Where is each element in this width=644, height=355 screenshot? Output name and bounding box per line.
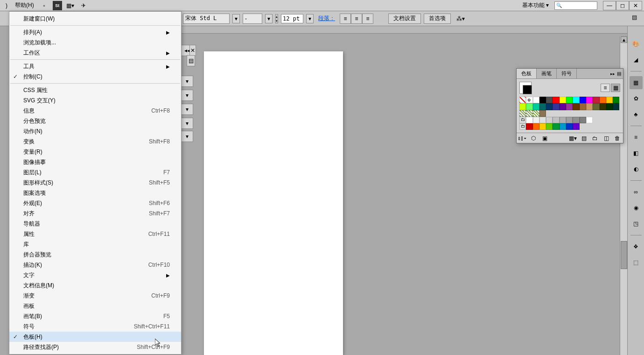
menu-item[interactable]: ✓色板(H) — [9, 332, 181, 342]
color-guide-icon[interactable]: ◢ — [630, 53, 643, 66]
brushes-panel-icon[interactable]: ✿ — [630, 92, 643, 105]
swatch[interactable] — [519, 97, 526, 103]
scroll-thumb[interactable] — [621, 241, 627, 269]
collapse-panel-icon[interactable]: ▸▸ — [610, 71, 615, 76]
menu-item[interactable]: 库 — [9, 239, 181, 249]
swatch[interactable] — [560, 117, 566, 123]
transparency-panel-icon[interactable]: ◐ — [630, 163, 643, 176]
font-size-dropdown[interactable]: ▾ — [306, 14, 314, 23]
swatch[interactable] — [613, 103, 619, 110]
swatch[interactable] — [606, 97, 613, 103]
workspace-switcher[interactable]: 基本功能 ▾ — [518, 0, 553, 10]
menu-item[interactable]: 浏览加载项... — [9, 37, 181, 48]
menu-item[interactable]: 文字▶ — [9, 270, 181, 280]
panel-menu-icon[interactable]: ▤ — [617, 71, 621, 76]
menu-item[interactable]: 工具▶ — [9, 61, 181, 71]
swatch[interactable] — [600, 97, 606, 103]
search-input[interactable]: 🔍 — [554, 1, 597, 10]
swatch[interactable] — [586, 103, 593, 110]
swatch[interactable] — [553, 117, 559, 123]
stroke-panel-icon[interactable]: ≡ — [630, 131, 643, 144]
swatch[interactable] — [593, 97, 599, 103]
swatch[interactable]: ⊕ — [526, 97, 532, 103]
swatch[interactable] — [553, 123, 559, 130]
swatch[interactable] — [539, 117, 546, 123]
swatch-kind-icon[interactable]: ⬡ — [530, 135, 537, 142]
swatch[interactable] — [606, 103, 613, 110]
swatches-tab[interactable]: 色板 — [517, 69, 537, 78]
panel-menu-peek[interactable]: ▤ — [187, 55, 195, 66]
menu-item[interactable]: 对齐Shift+F7 — [9, 208, 181, 219]
font-style-dropdown[interactable]: ▾ — [265, 14, 273, 23]
fill-stroke-preview[interactable] — [519, 82, 532, 94]
list-view-button[interactable]: ≡ — [601, 84, 610, 92]
swatch[interactable] — [613, 97, 619, 103]
swatch[interactable] — [539, 97, 546, 103]
swatch[interactable] — [580, 97, 586, 103]
align-center-button[interactable]: ≡ — [351, 14, 362, 24]
close-button[interactable]: ✕ — [629, 1, 642, 10]
menu-item[interactable]: 分色预览 — [9, 116, 181, 126]
new-color-group-icon[interactable]: ▦▾ — [569, 135, 576, 142]
menu-item[interactable]: 路径查找器(P)Shift+Ctrl+F9 — [9, 342, 181, 352]
swatch[interactable] — [566, 97, 573, 103]
menu-item[interactable]: 文档信息(M) — [9, 280, 181, 291]
menu-item[interactable]: 信息Ctrl+F8 — [9, 106, 181, 116]
font-size-input[interactable] — [281, 14, 303, 23]
swatch[interactable] — [580, 103, 586, 110]
swatch[interactable] — [573, 103, 579, 110]
swatch[interactable] — [533, 103, 539, 110]
swatch[interactable] — [539, 103, 546, 110]
menu-item[interactable]: 画板 — [9, 301, 181, 311]
menu-item[interactable]: 描边(K)Ctrl+F10 — [9, 260, 181, 270]
swatch-folder-icon[interactable]: 🗀 — [519, 117, 526, 123]
truncated-menu[interactable]: ) — [2, 1, 11, 10]
graphic-styles-icon[interactable]: ◳ — [630, 217, 643, 230]
minimize-button[interactable]: — — [603, 1, 616, 10]
appearance-panel-icon[interactable]: ◉ — [630, 201, 643, 214]
swatch[interactable] — [526, 123, 532, 130]
dropdown-peek-1[interactable]: ▾ — [181, 76, 193, 87]
bridge-icon[interactable]: ▫ — [40, 1, 49, 10]
font-family-select[interactable]: 宋体 Std L — [183, 14, 230, 24]
gpu-icon[interactable]: ✈ — [79, 1, 88, 10]
swatch[interactable] — [546, 117, 553, 123]
swatches-panel-icon[interactable]: ▦ — [630, 76, 643, 89]
more-options-icon[interactable]: ⁂▾ — [456, 15, 465, 22]
font-style-select[interactable]: - — [243, 14, 262, 24]
swatch[interactable] — [560, 123, 566, 130]
menu-item[interactable]: CSS 属性 — [9, 85, 181, 95]
swatch[interactable] — [519, 110, 526, 117]
thumbnail-view-button[interactable]: ▦ — [611, 84, 620, 92]
menu-item[interactable]: 图像描摹 — [9, 157, 181, 167]
artboards-panel-icon[interactable]: ⬚ — [630, 256, 643, 269]
menu-item[interactable]: 导航器 — [9, 219, 181, 229]
menu-item[interactable]: 属性Ctrl+F11 — [9, 229, 181, 239]
panel-close-peek[interactable]: ✕ — [189, 45, 196, 56]
font-family-dropdown[interactable]: ▾ — [232, 14, 240, 23]
brushes-tab[interactable]: 画笔 — [537, 69, 557, 78]
maximize-button[interactable]: ◻ — [616, 1, 629, 10]
menu-item[interactable]: 图形样式(S)Shift+F5 — [9, 178, 181, 188]
align-right-button[interactable]: ≡ — [362, 14, 373, 24]
swatch[interactable] — [566, 103, 573, 110]
swatch[interactable] — [519, 103, 526, 110]
arrange-docs-icon[interactable]: ▦▾ — [66, 1, 75, 10]
gradient-panel-icon[interactable]: ◧ — [630, 147, 643, 160]
document-setup-button[interactable]: 文档设置 — [388, 14, 421, 24]
menu-item[interactable]: 工作区▶ — [9, 48, 181, 58]
delete-swatch-icon[interactable]: 🗑 — [614, 135, 621, 142]
menu-item[interactable]: 符号Shift+Ctrl+F11 — [9, 321, 181, 332]
swatch[interactable] — [573, 117, 579, 123]
symbols-panel-icon[interactable]: ♣ — [630, 108, 643, 121]
swatch[interactable] — [546, 103, 553, 110]
swatch[interactable] — [546, 97, 553, 103]
menu-item[interactable]: 变换Shift+F8 — [9, 136, 181, 147]
swatch[interactable] — [566, 117, 573, 123]
dropdown-peek-3[interactable]: ▾ — [181, 104, 193, 115]
paragraph-link[interactable]: 段落： — [316, 14, 337, 22]
dropdown-peek-2[interactable]: ▾ — [181, 90, 193, 101]
swatch[interactable] — [539, 110, 546, 117]
swatch[interactable] — [553, 97, 559, 103]
swatch[interactable] — [526, 103, 532, 110]
